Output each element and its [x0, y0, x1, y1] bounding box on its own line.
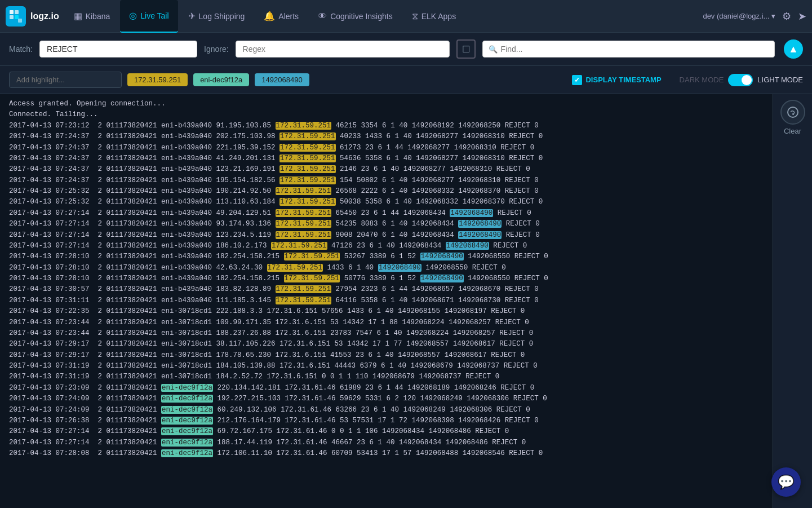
- elkapps-icon: ⧖: [412, 11, 418, 21]
- svg-point-5: [788, 107, 798, 117]
- log-line: 2017-04-13 07:27:14 2 011173820421 eni-b…: [9, 230, 764, 241]
- light-mode-label: LIGHT MODE: [757, 76, 803, 84]
- ignore-input[interactable]: [236, 41, 450, 58]
- log-line: 2017-04-13 07:28:10 2 011173820421 eni-b…: [9, 273, 764, 284]
- highlight-tag-id[interactable]: 1492068490: [255, 73, 309, 86]
- mode-switch[interactable]: [728, 74, 753, 86]
- svg-rect-1: [15, 10, 19, 14]
- logshipping-icon: ✈: [188, 11, 196, 21]
- log-line: 2017-04-13 07:31:19 2 011173820421 eni-3…: [9, 372, 764, 382]
- log-line: 2017-04-13 07:27:14 2 011173820421 eni-d…: [9, 438, 764, 448]
- log-line: 2017-04-13 07:27:14 2 011173820421 eni-b…: [9, 219, 764, 229]
- kibana-icon: ▦: [74, 11, 82, 21]
- mode-toggle: DARK MODE LIGHT MODE: [680, 74, 803, 86]
- log-line: 2017-04-13 07:24:37 2 011173820421 eni-b…: [9, 131, 764, 142]
- log-line: 2017-04-13 07:27:14 2 011173820421 eni-b…: [9, 208, 764, 219]
- nav-cognitive[interactable]: 👁 Cognitive Insights: [309, 0, 402, 33]
- logo-text: logz.io: [30, 11, 59, 21]
- log-line: 2017-04-13 07:29:17 2 011173820421 eni-3…: [9, 339, 764, 350]
- log-line: 2017-04-13 07:24:37 2 011173820421 eni-b…: [9, 153, 764, 164]
- log-line: 2017-04-13 07:24:09 2 011173820421 eni-d…: [9, 394, 764, 404]
- checkbox-icon: ✓: [572, 75, 582, 85]
- log-line: 2017-04-13 07:28:08 2 011173820421 eni-d…: [9, 448, 764, 459]
- find-input-wrap: 🔍: [482, 41, 775, 58]
- timestamp-check-area: ✓ DISPLAY TIMESTAMP DARK MODE LIGHT MODE: [572, 74, 803, 86]
- log-line: 2017-04-13 07:24:09 2 011173820421 eni-d…: [9, 405, 764, 416]
- nav-livetail-label: Live Tail: [140, 11, 168, 20]
- log-line: 2017-04-13 07:31:19 2 011173820421 eni-3…: [9, 361, 764, 372]
- nav-alerts-label: Alerts: [278, 12, 299, 21]
- nav-livetail[interactable]: ◎ Live Tail: [120, 0, 178, 33]
- clear-button[interactable]: Clear: [780, 100, 805, 135]
- log-line: Access granted. Opening connection...: [9, 99, 764, 109]
- log-line: 2017-04-13 07:23:44 2 011173820421 eni-3…: [9, 317, 764, 328]
- log-line: 2017-04-13 07:25:32 2 011173820421 eni-b…: [9, 186, 764, 197]
- cognitive-icon: 👁: [318, 11, 327, 21]
- nav-elkapps[interactable]: ⧖ ELK Apps: [403, 0, 465, 33]
- log-line: 2017-04-13 07:24:37 2 011173820421 eni-b…: [9, 164, 764, 175]
- log-area[interactable]: Access granted. Opening connection...Con…: [0, 94, 773, 508]
- square-toggle-button[interactable]: ☐: [456, 39, 476, 59]
- log-line: 2017-04-13 07:26:38 2 011173820421 eni-d…: [9, 416, 764, 426]
- log-line: 2017-04-13 07:23:09 2 011173820421 eni-d…: [9, 383, 764, 394]
- logo[interactable]: logz.io: [6, 6, 59, 26]
- logo-icon: [6, 6, 26, 26]
- logout-icon[interactable]: ➤: [798, 10, 806, 23]
- chat-icon: 💬: [778, 474, 795, 490]
- search-bar: Match: Ignore: ☐ 🔍 ▲: [0, 33, 812, 66]
- nav-kibana-label: Kibana: [86, 12, 110, 21]
- log-line: 2017-04-13 07:24:37 2 011173820421 eni-b…: [9, 175, 764, 186]
- log-line: 2017-04-13 07:22:35 2 011173820421 eni-3…: [9, 306, 764, 317]
- log-line: 2017-04-13 07:30:57 2 011173820421 eni-b…: [9, 284, 764, 295]
- nav-cognitive-label: Cognitive Insights: [330, 12, 393, 21]
- log-line: 2017-04-13 07:23:44 2 011173820421 eni-3…: [9, 328, 764, 339]
- match-label: Match:: [9, 45, 33, 54]
- log-line: 2017-04-13 07:27:14 2 011173820421 eni-d…: [9, 426, 764, 437]
- chat-bubble-button[interactable]: 💬: [771, 467, 801, 497]
- ignore-label: Ignore:: [204, 45, 229, 54]
- find-input[interactable]: [501, 45, 769, 54]
- svg-rect-4: [18, 19, 22, 23]
- nav-kibana[interactable]: ▦ Kibana: [65, 0, 119, 33]
- collapse-button[interactable]: ▲: [784, 39, 803, 59]
- highlight-tag-eni[interactable]: eni-dec9f12a: [193, 73, 249, 86]
- log-line: 2017-04-13 07:27:14 2 011173820421 eni-b…: [9, 241, 764, 251]
- search-icon: 🔍: [489, 45, 498, 54]
- svg-rect-2: [10, 15, 14, 19]
- highlight-bar: 172.31.59.251 eni-dec9f12a 1492068490 ✓ …: [0, 66, 812, 94]
- settings-icon[interactable]: ⚙: [782, 10, 791, 23]
- display-timestamp-label: DISPLAY TIMESTAMP: [585, 76, 661, 84]
- log-line: 2017-04-13 07:28:10 2 011173820421 eni-b…: [9, 263, 764, 273]
- log-area-wrap: Access granted. Opening connection...Con…: [0, 94, 812, 508]
- livetail-icon: ◎: [129, 10, 137, 21]
- toggle-knob: [742, 75, 752, 85]
- alerts-icon: 🔔: [264, 11, 275, 21]
- highlight-tag-ip[interactable]: 172.31.59.251: [127, 73, 188, 86]
- nav-right: dev (daniel@logz.i... ▾ ⚙ ➤: [703, 10, 806, 23]
- log-line: 2017-04-13 07:24:37 2 011173820421 eni-b…: [9, 143, 764, 153]
- dark-mode-label: DARK MODE: [680, 76, 724, 84]
- log-line: 2017-04-13 07:31:11 2 011173820421 eni-b…: [9, 295, 764, 306]
- log-line: 2017-04-13 07:28:10 2 011173820421 eni-b…: [9, 251, 764, 262]
- add-highlight-input[interactable]: [9, 72, 122, 88]
- log-line: 2017-04-13 07:25:32 2 011173820421 eni-b…: [9, 197, 764, 207]
- log-line: Connected. Tailing...: [9, 109, 764, 120]
- clear-label: Clear: [784, 127, 801, 135]
- nav-alerts[interactable]: 🔔 Alerts: [255, 0, 308, 33]
- svg-rect-0: [10, 10, 14, 14]
- user-info[interactable]: dev (daniel@logz.i... ▾: [703, 12, 775, 20]
- top-navigation: logz.io ▦ Kibana ◎ Live Tail ✈ Log Shipp…: [0, 0, 812, 33]
- match-input[interactable]: [39, 41, 197, 58]
- log-line: 2017-04-13 07:23:12 2 011173820421 eni-b…: [9, 121, 764, 131]
- clear-panel: Clear: [773, 94, 812, 508]
- svg-rect-3: [15, 15, 19, 19]
- log-line: 2017-04-13 07:29:17 2 011173820421 eni-3…: [9, 350, 764, 361]
- display-timestamp-toggle[interactable]: ✓ DISPLAY TIMESTAMP: [572, 75, 661, 85]
- nav-logshipping[interactable]: ✈ Log Shipping: [179, 0, 254, 33]
- nav-logshipping-label: Log Shipping: [199, 12, 245, 21]
- nav-elkapps-label: ELK Apps: [421, 12, 456, 21]
- nav-items: ▦ Kibana ◎ Live Tail ✈ Log Shipping 🔔 Al…: [65, 0, 703, 33]
- clear-icon: [780, 100, 805, 125]
